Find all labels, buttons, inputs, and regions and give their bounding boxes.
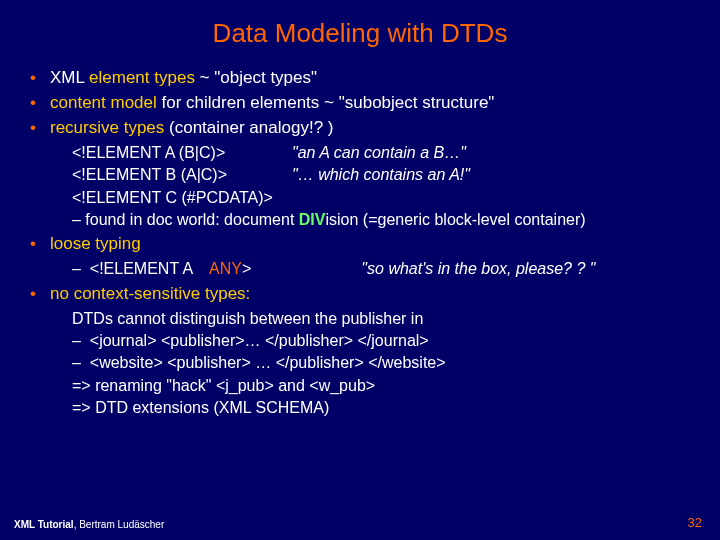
- bullet-2: content model for children elements ~ "s…: [28, 92, 692, 115]
- text: ision (=generic block-level container): [325, 211, 585, 228]
- code-line: – <!ELEMENT A ANY>"so what's in the box,…: [72, 258, 692, 280]
- page-number: 32: [688, 515, 702, 530]
- text-line: => DTD extensions (XML SCHEMA): [72, 397, 692, 419]
- highlight: DIV: [299, 211, 326, 228]
- bullet-1: XML element types ~ "object types": [28, 67, 692, 90]
- highlight: no context-sensitive types:: [50, 284, 250, 303]
- comment: "so what's in the box, please? ? ": [361, 260, 595, 277]
- code-line: <!ELEMENT A (B|C)>"an A can contain a B……: [72, 142, 692, 164]
- sub-block: DTDs cannot distinguish between the publ…: [50, 308, 692, 420]
- code-line: <!ELEMENT C (#PCDATA)>: [72, 187, 692, 209]
- highlight: element types: [89, 68, 195, 87]
- keyword: ANY: [209, 260, 242, 277]
- code-line: <!ELEMENT B (A|C)>"… which contains an A…: [72, 164, 692, 186]
- sub-block: – <!ELEMENT A ANY>"so what's in the box,…: [50, 258, 692, 280]
- comment: "… which contains an A!": [292, 166, 470, 183]
- highlight: recursive types: [50, 118, 164, 137]
- text: (container analogy!? ): [164, 118, 333, 137]
- footer-author: , Bertram Ludäscher: [74, 519, 165, 530]
- highlight: loose typing: [50, 234, 141, 253]
- text-line: DTDs cannot distinguish between the publ…: [72, 308, 692, 330]
- comment: "an A can contain a B…": [292, 144, 466, 161]
- text: – found in doc world: document: [72, 211, 299, 228]
- slide: Data Modeling with DTDs XML element type…: [0, 0, 720, 420]
- footer-title: XML Tutorial: [14, 519, 74, 530]
- bullet-5: no context-sensitive types: DTDs cannot …: [28, 283, 692, 420]
- footer: XML Tutorial, Bertram Ludäscher: [14, 519, 164, 530]
- text-line: – <website> <publisher> … </publisher> <…: [72, 352, 692, 374]
- bullet-list: XML element types ~ "object types" conte…: [28, 67, 692, 420]
- code: <!ELEMENT A (B|C)>: [72, 142, 292, 164]
- text-line: => renaming "hack" <j_pub> and <w_pub>: [72, 375, 692, 397]
- code: – <!ELEMENT A: [72, 260, 209, 277]
- text: ~ "object types": [195, 68, 317, 87]
- bullet-3: recursive types (container analogy!? ) <…: [28, 117, 692, 232]
- text: for children elements ~ "subobject struc…: [157, 93, 495, 112]
- code-block: <!ELEMENT A (B|C)>"an A can contain a B……: [50, 142, 692, 232]
- code: <!ELEMENT B (A|C)>: [72, 164, 292, 186]
- code: >: [242, 260, 251, 277]
- slide-title: Data Modeling with DTDs: [28, 18, 692, 49]
- text-line: – <journal> <publisher>… </publisher> </…: [72, 330, 692, 352]
- text: XML: [50, 68, 89, 87]
- highlight: content model: [50, 93, 157, 112]
- sub-dash: – found in doc world: document DIVision …: [72, 209, 692, 231]
- bullet-4: loose typing – <!ELEMENT A ANY>"so what'…: [28, 233, 692, 280]
